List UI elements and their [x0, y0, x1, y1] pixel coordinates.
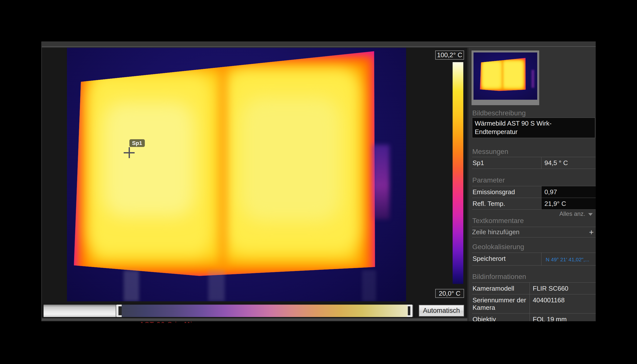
hot-panel	[73, 51, 378, 281]
row-label: Sp1	[472, 157, 541, 168]
clipped-red-caption: AST 90 S in Mix	[139, 321, 388, 323]
geolocation-table: Speicherort N 49° 21' 41,02",...	[472, 252, 596, 266]
thumbnail-thermal-image	[474, 52, 537, 100]
text-comments-header: Textkommentare	[472, 217, 524, 225]
row-value: FLIR SC660	[530, 283, 596, 294]
measurements-table: Sp1 94,5 ° C	[472, 157, 596, 169]
add-text-comment-row[interactable]: Zeile hinzufügen +	[472, 227, 596, 238]
temperature-scale-bar	[453, 62, 463, 284]
thumb-reflection-blob	[531, 70, 534, 88]
app-window: Sp1 100,2° C 20,0° C Automatisch	[41, 42, 596, 321]
table-row: Kameramodell FLIR SC660	[472, 282, 596, 294]
thumbnail-hot-panel	[480, 58, 526, 92]
image-thumbnail[interactable]	[472, 50, 539, 105]
bottom-strip	[42, 318, 467, 321]
thumb-left-lobe	[482, 62, 501, 88]
table-row: Speicherort N 49° 21' 41,02",...	[472, 252, 596, 266]
emissivity-field[interactable]: 0,97	[541, 186, 596, 198]
description-line2: Endtemperatur	[475, 128, 592, 136]
row-label: Speicherort	[472, 253, 541, 265]
panel-center-seam	[217, 60, 228, 270]
table-row: Emissionsgrad 0,97	[472, 186, 596, 198]
clipped-caption-text: AST 90 S in Mix	[139, 321, 197, 323]
support-shadow-stripe	[208, 270, 225, 301]
panel-right-lobe-core	[240, 97, 341, 222]
table-row: Sp1 94,5 ° C	[472, 157, 596, 169]
row-value: 404001168	[530, 294, 596, 313]
spot-marker-tag[interactable]: Sp1	[129, 139, 145, 147]
scale-min-temp-field[interactable]: 20,0° C	[435, 289, 464, 298]
parameters-header: Parameter	[472, 176, 505, 184]
chevron-down-icon	[588, 213, 593, 216]
location-link[interactable]: N 49° 21' 41,02",...	[541, 253, 596, 265]
thumb-right-lobe	[503, 61, 523, 88]
row-label: Kameramodell	[472, 283, 530, 294]
image-info-table: Kameramodell FLIR SC660 Seriennummer der…	[472, 282, 596, 321]
table-row: Seriennummer der Kamera 404001168	[472, 294, 596, 313]
plus-icon[interactable]: +	[589, 229, 596, 236]
row-label: Objektiv	[472, 314, 530, 321]
parameters-table: Emissionsgrad 0,97 Refl. Temp. 21,9° C	[472, 186, 596, 210]
span-slider-track[interactable]	[43, 304, 415, 318]
table-row: Objektiv FOL 19 mm	[472, 313, 596, 321]
description-header: Bildbeschreibung	[472, 109, 526, 117]
measurements-header: Messungen	[472, 148, 508, 156]
show-all-label: Alles anz.	[559, 210, 585, 217]
support-shadow-stripe	[362, 270, 376, 301]
scale-max-temp-field[interactable]: 100,2° C	[435, 50, 464, 60]
table-row: Refl. Temp. 21,9° C	[472, 198, 596, 210]
properties-sidebar: Bildbeschreibung Wärmebild AST 90 S Wirk…	[468, 48, 596, 321]
slider-palette-gradient	[122, 304, 408, 317]
slider-out-of-range-segment	[44, 304, 116, 317]
image-info-header: Bildinformationen	[472, 273, 526, 281]
thermal-image[interactable]: Sp1	[67, 48, 406, 301]
thumb-center-seam	[502, 59, 503, 90]
geolocation-header: Geolokalisierung	[472, 243, 524, 251]
slider-right-handle[interactable]	[407, 304, 413, 317]
automatic-button[interactable]: Automatisch	[419, 305, 464, 316]
panel-left-lobe-core	[103, 102, 195, 217]
slider-left-handle[interactable]	[116, 304, 122, 317]
row-value: 94,5 ° C	[541, 157, 596, 168]
support-shadow-stripe	[124, 270, 139, 301]
spot-marker-crosshair-icon[interactable]	[124, 147, 135, 158]
window-top-strip	[42, 42, 596, 47]
description-textbox[interactable]: Wärmebild AST 90 S Wirk- Endtemperatur	[472, 118, 595, 138]
add-row-label: Zeile hinzufügen	[472, 228, 520, 236]
row-label: Emissionsgrad	[472, 186, 541, 198]
warm-reflection-blob	[373, 145, 389, 219]
show-all-link[interactable]: Alles anz.	[468, 210, 593, 217]
row-label: Refl. Temp.	[472, 198, 541, 209]
row-value: FOL 19 mm	[530, 314, 596, 321]
reflected-temp-field[interactable]: 21,9° C	[541, 198, 596, 209]
row-label: Seriennummer der Kamera	[472, 294, 530, 313]
description-line1: Wärmebild AST 90 S Wirk-	[475, 119, 592, 128]
thermal-canvas: Sp1 100,2° C 20,0° C Automatisch	[42, 48, 467, 321]
